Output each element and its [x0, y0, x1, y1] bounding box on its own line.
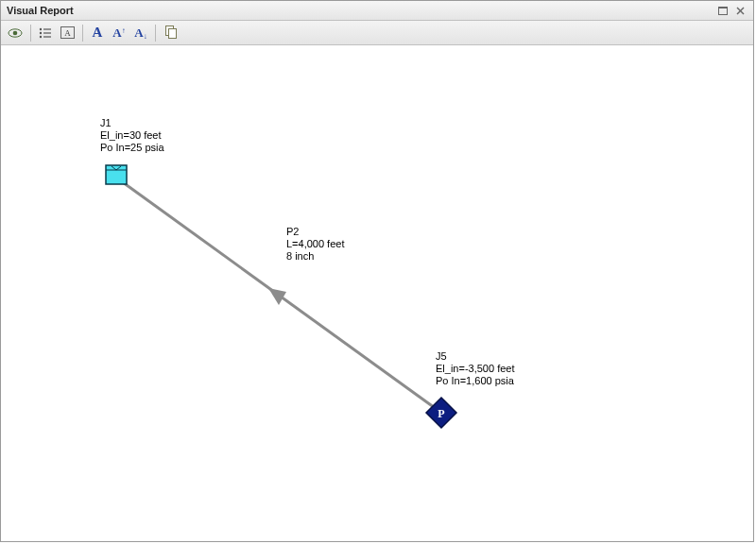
label-j5-id: J5	[436, 350, 514, 363]
toolbar-separator	[155, 25, 156, 42]
label-pipe-line3: 8 inch	[286, 250, 344, 263]
label-j1-id: J1	[100, 117, 164, 129]
svg-point-5	[13, 30, 18, 35]
label-j1: J1 El_in=30 feet Po In=25 psia	[100, 117, 164, 154]
copy-button[interactable]	[160, 23, 181, 42]
svg-point-10	[40, 35, 42, 37]
textbox-button[interactable]: A	[57, 23, 78, 42]
list-options-button[interactable]	[35, 23, 56, 42]
font-increase-icon: A↑	[112, 26, 125, 41]
font-decrease-icon: A↓	[134, 26, 146, 41]
node-j5-symbol: P	[438, 407, 444, 420]
maximize-button[interactable]	[715, 4, 730, 17]
label-j5-line2: El_in=-3,500 feet	[436, 363, 514, 375]
svg-point-8	[40, 31, 42, 33]
label-pipe-line2: L=4,000 feet	[286, 238, 344, 250]
close-icon	[736, 7, 745, 15]
visual-report-window: Visual Report	[0, 0, 754, 542]
pipe-p2[interactable]	[116, 178, 438, 410]
svg-marker-17	[268, 288, 286, 305]
label-j1-line3: Po In=25 psia	[100, 142, 164, 154]
svg-rect-18	[106, 165, 127, 184]
label-j5: J5 El_in=-3,500 feet Po In=1,600 psia	[436, 350, 514, 387]
toolbar: A A A↑ A↓	[1, 21, 753, 45]
close-button[interactable]	[732, 4, 747, 17]
label-pipe-id: P2	[286, 226, 344, 238]
diagram-canvas[interactable]: P J1 El_in=30 feet Po In=25 psia P2 L=4,…	[1, 45, 753, 541]
maximize-icon	[718, 7, 728, 15]
font-normal-button[interactable]: A	[87, 23, 108, 42]
window-title: Visual Report	[7, 5, 713, 16]
font-increase-button[interactable]: A↑	[109, 23, 129, 42]
titlebar: Visual Report	[1, 1, 753, 21]
visibility-button[interactable]	[4, 23, 26, 42]
font-a-icon: A	[93, 25, 103, 41]
copy-icon	[163, 26, 178, 40]
node-j1[interactable]	[106, 165, 127, 184]
svg-text:A: A	[64, 28, 71, 38]
textbox-icon: A	[60, 26, 75, 39]
svg-rect-15	[169, 29, 177, 39]
label-j1-line2: El_in=30 feet	[100, 129, 164, 142]
svg-point-6	[40, 27, 42, 29]
toolbar-separator	[30, 25, 31, 42]
font-decrease-button[interactable]: A↓	[130, 23, 151, 42]
list-icon	[39, 27, 52, 39]
label-j5-line3: Po In=1,600 psia	[436, 375, 514, 387]
label-pipe: P2 L=4,000 feet 8 inch	[286, 226, 344, 263]
node-j5[interactable]: P	[426, 398, 456, 428]
toolbar-separator	[82, 25, 83, 42]
eye-icon	[8, 27, 23, 39]
